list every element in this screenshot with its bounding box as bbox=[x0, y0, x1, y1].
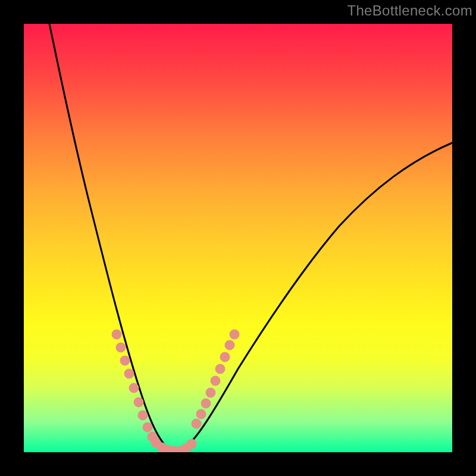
svg-point-4 bbox=[129, 383, 139, 393]
svg-point-0 bbox=[112, 330, 121, 339]
svg-point-6 bbox=[138, 411, 148, 420]
bottleneck-curve bbox=[49, 24, 452, 451]
svg-point-10 bbox=[196, 409, 206, 419]
svg-point-12 bbox=[206, 388, 215, 397]
svg-point-13 bbox=[211, 376, 220, 386]
left-dots bbox=[112, 330, 157, 441]
svg-point-16 bbox=[225, 340, 234, 350]
chart-svg bbox=[24, 24, 452, 452]
chart-frame: TheBottleneck.com bbox=[0, 0, 476, 476]
svg-point-5 bbox=[134, 397, 143, 407]
plot-area bbox=[24, 24, 452, 452]
svg-point-17 bbox=[230, 330, 239, 339]
svg-point-3 bbox=[124, 369, 134, 378]
svg-point-1 bbox=[116, 343, 126, 352]
svg-point-11 bbox=[201, 399, 211, 408]
svg-point-14 bbox=[215, 364, 225, 374]
svg-point-24 bbox=[187, 439, 196, 449]
svg-point-7 bbox=[143, 422, 152, 432]
svg-point-2 bbox=[120, 356, 130, 365]
svg-point-15 bbox=[220, 352, 230, 362]
svg-point-9 bbox=[192, 419, 201, 428]
watermark-text: TheBottleneck.com bbox=[347, 2, 472, 19]
bottom-dots bbox=[151, 438, 196, 452]
